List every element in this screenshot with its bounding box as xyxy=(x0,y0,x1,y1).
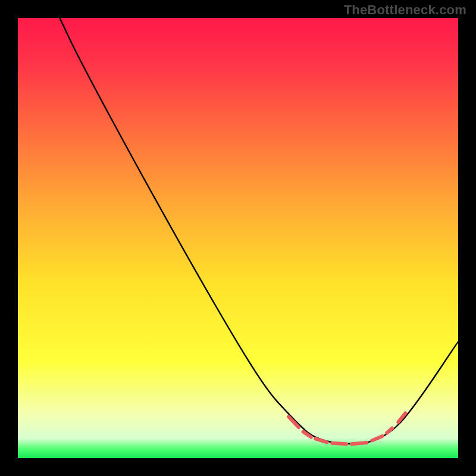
plot-curve-layer xyxy=(18,18,458,458)
highlight-dashes xyxy=(289,414,405,444)
highlight-dash xyxy=(352,443,367,444)
highlight-dash xyxy=(372,436,383,440)
bottleneck-curve xyxy=(60,18,458,444)
chart-stage: TheBottleneck.com xyxy=(0,0,476,476)
highlight-dash xyxy=(332,443,346,444)
watermark-text: TheBottleneck.com xyxy=(344,2,466,18)
highlight-dash xyxy=(387,428,392,433)
highlight-dash xyxy=(315,439,327,442)
highlight-dash xyxy=(303,432,311,437)
